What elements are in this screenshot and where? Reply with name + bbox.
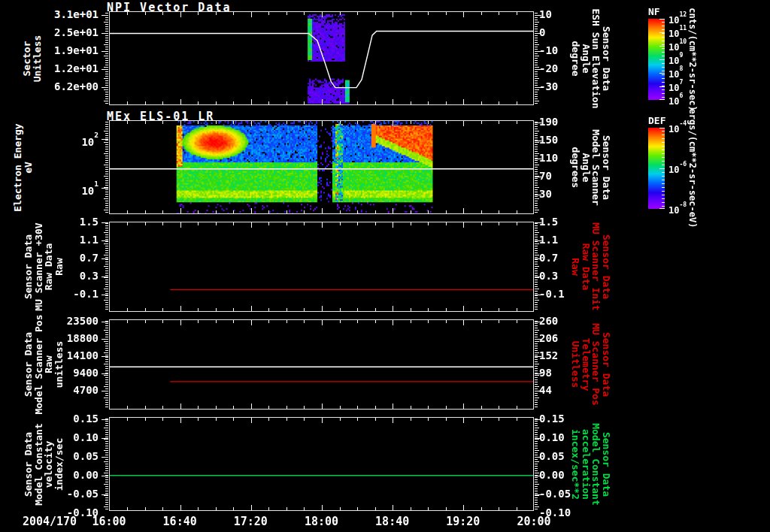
- tick: [535, 60, 538, 61]
- tick: [105, 482, 108, 482]
- tick: [105, 65, 108, 65]
- tick: [535, 38, 538, 38]
- line-overlay-mu-scanner-plus30v-raw: [110, 222, 533, 311]
- y-axis-label-right-model-constant-velocity: Sensor Data Model Constant acceleration …: [571, 404, 611, 524]
- tick: [105, 183, 108, 183]
- y-tick-label-left: 2.5e+01: [44, 27, 99, 38]
- tick: [535, 151, 538, 152]
- tick: [535, 42, 538, 43]
- tick: [104, 142, 108, 143]
- tick: [535, 448, 538, 449]
- tick: [535, 40, 538, 41]
- tick: [105, 94, 108, 95]
- tick: [105, 395, 108, 396]
- tick: [105, 407, 108, 407]
- tick: [104, 484, 108, 485]
- tick: [535, 180, 538, 181]
- tick: [105, 273, 108, 274]
- tick: [104, 78, 108, 79]
- tick: [105, 332, 108, 333]
- tick: [535, 264, 538, 264]
- tick: [535, 502, 538, 503]
- tick: [105, 126, 108, 127]
- tick: [102, 457, 108, 458]
- tick: [105, 384, 108, 385]
- tick: [105, 328, 108, 328]
- plot-area-model-constant-velocity: [109, 417, 534, 511]
- tick: [105, 194, 108, 195]
- x-tick-label: 16:00: [92, 515, 126, 528]
- tick: [105, 192, 108, 192]
- y-tick-label-left: 102: [44, 133, 99, 144]
- tick: [104, 153, 108, 154]
- tick: [104, 397, 108, 398]
- line-overlay-mex-els-01-lr: [110, 121, 533, 213]
- tick: [105, 282, 108, 283]
- tick: [105, 133, 108, 134]
- tick: [659, 46, 665, 47]
- tick: [535, 24, 538, 25]
- tick: [535, 92, 538, 92]
- tick: [105, 207, 108, 208]
- tick: [105, 203, 108, 204]
- tick: [535, 135, 538, 136]
- tick: [104, 473, 108, 473]
- colorbar-tick-label: 1010: [668, 41, 687, 53]
- plot-page: NPI Vector Data3.1e+012.5e+011.9e+011.2e…: [0, 0, 770, 532]
- tick: [535, 343, 538, 344]
- tick: [105, 370, 108, 371]
- tick: [535, 178, 538, 179]
- tick: [105, 388, 108, 389]
- tick: [535, 491, 538, 491]
- tick: [662, 82, 665, 83]
- tick: [105, 144, 108, 145]
- tick: [105, 393, 108, 394]
- tick: [535, 207, 538, 208]
- tick: [105, 280, 108, 280]
- tick: [105, 17, 108, 18]
- tick: [662, 202, 665, 203]
- x-tick-label: 19:20: [446, 515, 480, 528]
- tick: [105, 26, 108, 27]
- tick: [662, 165, 665, 165]
- tick: [105, 248, 108, 249]
- tick: [535, 230, 538, 231]
- tick: [535, 446, 538, 446]
- tick: [105, 337, 108, 337]
- tick: [105, 140, 108, 141]
- tick: [535, 402, 538, 403]
- tick: [659, 19, 665, 20]
- tick: [105, 189, 108, 190]
- tick: [105, 298, 108, 298]
- tick: [535, 203, 538, 204]
- colorbar-tick-label: 106: [668, 95, 683, 107]
- tick: [535, 364, 539, 364]
- tick: [104, 341, 108, 342]
- tick: [105, 60, 108, 61]
- tick: [535, 466, 538, 467]
- tick: [105, 448, 108, 449]
- tick: [105, 259, 108, 260]
- tick: [105, 201, 108, 201]
- tick: [102, 339, 108, 340]
- tick: [535, 388, 538, 389]
- tick: [105, 430, 108, 431]
- tick: [535, 379, 538, 380]
- tick: [104, 56, 108, 56]
- y-axis-label-right-npi-vector-data: Sensor Data ESH Sun Elevation Angle degr…: [571, 0, 611, 119]
- tick: [535, 147, 538, 147]
- tick: [105, 162, 108, 163]
- tick: [102, 87, 108, 88]
- tick: [105, 400, 108, 401]
- tick: [105, 307, 108, 307]
- tick: [105, 76, 108, 77]
- tick: [535, 169, 538, 170]
- tick: [105, 286, 108, 287]
- tick: [535, 74, 538, 74]
- tick: [535, 323, 538, 324]
- tick: [102, 240, 108, 241]
- tick: [535, 484, 539, 485]
- tick: [105, 250, 108, 251]
- colorbar-name: DEF: [648, 115, 665, 126]
- tick: [102, 373, 108, 374]
